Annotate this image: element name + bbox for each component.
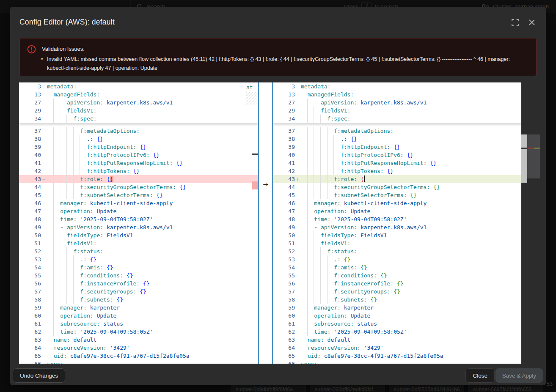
code-line-63[interactable]: 63 name: default: [273, 336, 521, 344]
code-line-55[interactable]: 55 f:conditions: {}: [19, 271, 258, 280]
revert-arrow-icon[interactable]: →: [259, 181, 272, 188]
code-line-48[interactable]: 48 time: '2025-09-04T09:58:02Z': [19, 215, 258, 223]
code-line-48[interactable]: 48 time: '2025-09-04T09:58:02Z': [273, 215, 521, 223]
code-line-42[interactable]: 42 f:httpTokens: {}: [19, 167, 258, 175]
code-right[interactable]: 37 f:metadataOptions:38 .: {}39 f:httpEn…: [273, 123, 521, 364]
code-line-62[interactable]: 62 time: '2025-09-04T09:58:05Z': [273, 328, 521, 336]
diff-modified-pane[interactable]: 3 metadata:13 managedFields:27 - apiVers…: [273, 82, 521, 364]
code-line-45[interactable]: 45 f:subnetSelectorTerms: {}: [273, 191, 521, 199]
code-line-59[interactable]: 59 manager: karpenter: [19, 304, 258, 312]
code-line-50[interactable]: 50 fieldsType: FieldsV1: [273, 231, 521, 239]
code-line-43[interactable]: 43−f:role: {}: [19, 175, 258, 183]
code-line-65[interactable]: 65 uid: c8afe97e-38cc-4f91-a767-d15f2a8f…: [19, 352, 258, 360]
code-line-60[interactable]: 60 operation: Update: [273, 312, 521, 320]
code-line-55[interactable]: 55 f:conditions: {}: [273, 271, 521, 280]
code-line-37[interactable]: 37 f:metadataOptions:: [273, 127, 521, 135]
code-line-29[interactable]: 29 fieldsV1:: [273, 107, 521, 115]
scrollbar-slider[interactable]: [521, 134, 527, 183]
code-line-57[interactable]: 57 f:securityGroups: {}: [19, 288, 258, 296]
code-line-65[interactable]: 65 uid: c8afe97e-38cc-4f91-a767-d15f2a8f…: [273, 352, 521, 360]
validation-message: Invalid YAML: missed comma between flow …: [47, 55, 527, 73]
code-line-38[interactable]: 38 .: {}: [273, 135, 521, 143]
code-line-39[interactable]: 39 f:httpEndpoint: {}: [273, 143, 521, 151]
code-line-34[interactable]: 34 f:spec:: [19, 115, 258, 123]
code-line-47[interactable]: 47 operation: Update: [273, 207, 521, 215]
code-line-52[interactable]: 52 f:status:: [19, 247, 258, 255]
code-line-59[interactable]: 59 manager: karpenter: [273, 304, 521, 312]
close-button-icon[interactable]: [527, 19, 537, 28]
sticky-scroll-left[interactable]: 3 metadata:13 managedFields:27 - apiVers…: [19, 82, 258, 123]
code-line-64[interactable]: 64 resourceVersion: '3429': [273, 344, 521, 352]
close-icon: [528, 19, 535, 27]
code-line-51[interactable]: 51 fieldsV1:: [273, 239, 521, 247]
code-line-49[interactable]: 49 - apiVersion: karpenter.k8s.aws/v1: [273, 223, 521, 231]
code-line-13[interactable]: 13 managedFields:: [19, 90, 258, 99]
sticky-scroll-right[interactable]: 3 metadata:13 managedFields:27 - apiVers…: [273, 82, 521, 123]
code-left[interactable]: 37 f:metadataOptions:38 .: {}39 f:httpEn…: [19, 123, 258, 364]
code-line-54[interactable]: 54 f:amis: {}: [19, 263, 258, 271]
save-apply-button[interactable]: Save & Apply: [495, 368, 543, 383]
code-line-64[interactable]: 64 resourceVersion: '3429': [19, 344, 258, 352]
code-line-61[interactable]: 61 subresource: status: [19, 320, 258, 328]
config-editor-modal: Config Editor (AWS): default Validation …: [10, 7, 546, 385]
code-line-13[interactable]: 13 managedFields:: [273, 90, 521, 99]
code-line-27[interactable]: 27 - apiVersion: karpenter.k8s.aws/v1: [19, 99, 258, 107]
minimap-ins-marker: [534, 148, 540, 149]
overview-ruler-left[interactable]: [252, 82, 258, 364]
fold-region-widget: at: [246, 84, 258, 105]
code-line-47[interactable]: 47 operation: Update: [19, 207, 258, 215]
modal-title: Config Editor (AWS): default: [19, 18, 115, 27]
code-line-41[interactable]: 41 f:httpPutResponseHopLimit: {}: [19, 159, 258, 167]
diff-original-pane[interactable]: 3 metadata:13 managedFields:27 - apiVers…: [19, 82, 258, 364]
code-line-53[interactable]: 53 .: {}: [19, 255, 258, 263]
deleted-line-marker: [252, 181, 258, 189]
close-button[interactable]: Close: [465, 368, 495, 383]
code-line-61[interactable]: 61 subresource: status: [273, 320, 521, 328]
code-line-37[interactable]: 37 f:metadataOptions:: [19, 127, 258, 135]
code-line-46[interactable]: 46 manager: kubectl-client-side-apply: [273, 199, 521, 207]
code-line-52[interactable]: 52 f:status:: [273, 247, 521, 255]
code-line-46[interactable]: 46 manager: kubectl-client-side-apply: [19, 199, 258, 207]
code-line-41[interactable]: 41 f:httpPutResponseHopLimit: {}: [273, 159, 521, 167]
hidden-region-hatch: [246, 92, 258, 105]
code-line-63[interactable]: 63 name: default: [19, 336, 258, 344]
minimap-scroll-marker: [521, 148, 527, 149]
code-line-27[interactable]: 27 - apiVersion: karpenter.k8s.aws/v1: [273, 99, 521, 107]
code-line-44[interactable]: 44 f:securityGroupSelectorTerms: {}: [273, 183, 521, 191]
code-line-38[interactable]: 38 .: {}: [19, 135, 258, 143]
code-line-57[interactable]: 57 f:securityGroups: {}: [273, 288, 521, 296]
minimap-del-marker: [527, 148, 534, 149]
code-line-42[interactable]: 42 f:httpTokens: {}: [273, 167, 521, 175]
code-line-54[interactable]: 54 f:amis: {}: [273, 263, 521, 271]
code-line-34[interactable]: 34 f:spec:: [273, 115, 521, 123]
code-line-60[interactable]: 60 operation: Update: [19, 312, 258, 320]
code-line-51[interactable]: 51 fieldsV1:: [19, 239, 258, 247]
code-line-56[interactable]: 56 f:instanceProfile: {}: [19, 280, 258, 288]
scroll-position-marker: [252, 154, 258, 155]
code-line-62[interactable]: 62 time: '2025-09-04T09:58:05Z': [19, 328, 258, 336]
code-line-58[interactable]: 58 f:subnets: {}: [273, 296, 521, 304]
code-line-44[interactable]: 44 f:securityGroupSelectorTerms: {}: [19, 183, 258, 191]
fullscreen-button[interactable]: [510, 19, 520, 28]
code-line-43[interactable]: 43+f:role: {: [273, 175, 521, 183]
code-line-50[interactable]: 50 fieldsType: FieldsV1: [19, 231, 258, 239]
code-line-39[interactable]: 39 f:httpEndpoint: {}: [19, 143, 258, 151]
code-line-3[interactable]: 3 metadata:: [273, 82, 521, 90]
fullscreen-icon: [512, 19, 519, 28]
code-line-45[interactable]: 45 f:subnetSelectorTerms: {}: [19, 191, 258, 199]
code-line-40[interactable]: 40 f:httpProtocolIPv6: {}: [19, 151, 258, 159]
code-line-40[interactable]: 40 f:httpProtocolIPv6: {}: [273, 151, 521, 159]
code-line-53[interactable]: 53 .: {}: [273, 255, 521, 263]
code-line-49[interactable]: 49 - apiVersion: karpenter.k8s.aws/v1: [19, 223, 258, 231]
diff-sash[interactable]: →: [258, 82, 273, 364]
validation-heading: Validation Issues:: [42, 46, 85, 52]
undo-changes-button[interactable]: Undo Changes: [13, 368, 65, 383]
code-line-29[interactable]: 29 fieldsV1:: [19, 107, 258, 115]
code-line-66[interactable]: 66 spec:: [19, 360, 258, 364]
minimap-slider[interactable]: [527, 134, 540, 178]
code-line-3[interactable]: 3 metadata:: [19, 82, 258, 90]
code-line-66[interactable]: 66 spec:: [273, 360, 521, 364]
code-line-58[interactable]: 58 f:subnets: {}: [19, 296, 258, 304]
code-line-56[interactable]: 56 f:instanceProfile: {}: [273, 280, 521, 288]
fold-text: at: [246, 84, 253, 90]
